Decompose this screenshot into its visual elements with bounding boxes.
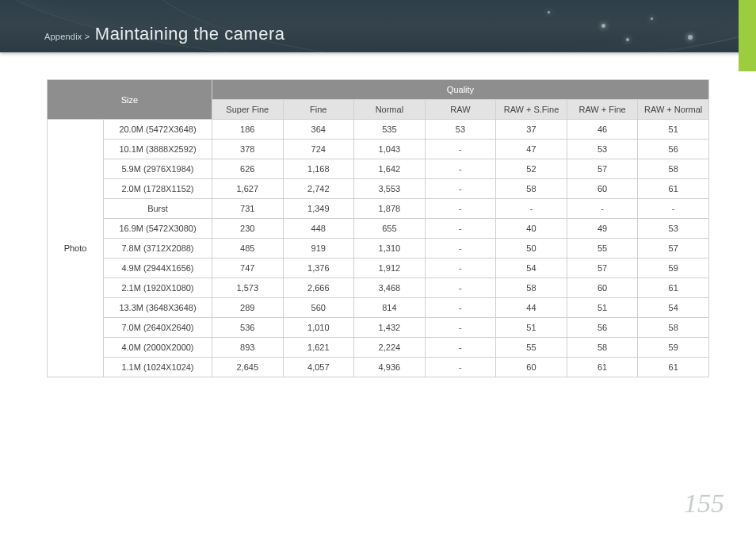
value-cell: 58 [496,179,567,199]
value-cell: - [425,179,496,199]
col-raw: RAW [425,100,496,120]
header-size: Size [48,80,212,120]
value-cell: 58 [496,278,567,298]
value-cell: 51 [567,298,638,318]
value-cell: - [425,140,496,159]
value-cell: 731 [212,199,283,219]
size-cell: 4.9M (2944X1656) [104,258,212,278]
value-cell: 60 [567,179,638,199]
value-cell: - [567,199,638,219]
value-cell: 59 [638,258,709,278]
value-cell: 57 [567,159,638,179]
col-raw-fine: RAW + Fine [567,100,638,120]
value-cell: 61 [638,358,709,377]
table-row: 4.0M (2000X2000)8931,6212,224-555859 [48,338,709,358]
value-cell: 53 [638,219,709,239]
table-row: 16.9M (5472X3080)230448655-404953 [48,219,709,239]
size-cell: 2.0M (1728X1152) [104,179,212,199]
value-cell: 814 [354,298,426,318]
value-cell: 289 [212,298,283,318]
value-cell: 55 [496,338,567,358]
value-cell: 1,627 [212,179,283,199]
value-cell: 2,666 [283,278,354,298]
value-cell: 46 [567,120,638,140]
value-cell: 57 [638,239,709,258]
value-cell: - [425,318,496,338]
size-cell: 2.1M (1920X1080) [104,278,212,298]
breadcrumb-prefix: Appendix > [44,32,90,41]
value-cell: 535 [354,120,426,140]
category-cell: Photo [48,120,104,377]
value-cell: 61 [638,179,709,199]
value-cell: 560 [283,298,354,318]
value-cell: 364 [283,120,354,140]
table-row: Burst7311,3491,878---- [48,199,709,219]
size-cell: 5.9M (2976X1984) [104,159,212,179]
col-raw-sfine: RAW + S.Fine [496,100,567,120]
value-cell: 49 [567,219,638,239]
value-cell: 1,573 [212,278,283,298]
value-cell: 58 [638,318,709,338]
value-cell: - [425,159,496,179]
value-cell: - [425,358,496,377]
value-cell: - [425,258,496,278]
value-cell: 56 [638,140,709,159]
table-row: 5.9M (2976X1984)6261,1681,642-525758 [48,159,709,179]
value-cell: 1,432 [354,318,426,338]
value-cell: 57 [567,258,638,278]
col-raw-normal: RAW + Normal [638,100,709,120]
value-cell: 44 [496,298,567,318]
value-cell: 55 [567,239,638,258]
value-cell: 51 [638,120,709,140]
table-body: Photo20.0M (5472X3648)186364535533746511… [48,120,709,377]
table-row: 10.1M (3888X2592)3787241,043-475356 [48,140,709,159]
col-fine: Fine [283,100,354,120]
table-row: 13.3M (3648X3648)289560814-445154 [48,298,709,318]
value-cell: 56 [567,318,638,338]
value-cell: 59 [638,338,709,358]
value-cell: 2,645 [212,358,283,377]
value-cell: 53 [567,140,638,159]
col-normal: Normal [354,100,426,120]
size-cell: 4.0M (2000X2000) [104,338,212,358]
value-cell: 2,224 [354,338,426,358]
value-cell: - [496,199,567,219]
value-cell: 50 [496,239,567,258]
size-cell: 16.9M (5472X3080) [104,219,212,239]
value-cell: 230 [212,219,283,239]
value-cell: 54 [638,298,709,318]
value-cell: 1,878 [354,199,426,219]
value-cell: 485 [212,239,283,258]
value-cell: 747 [212,258,283,278]
value-cell: 61 [567,358,638,377]
value-cell: 1,912 [354,258,426,278]
value-cell: 1,376 [283,258,354,278]
value-cell: 40 [496,219,567,239]
banner-decoration [487,0,724,52]
table-row: 4.9M (2944X1656)7471,3761,912-545759 [48,258,709,278]
value-cell: - [638,199,709,219]
value-cell: 186 [212,120,283,140]
value-cell: 655 [354,219,426,239]
value-cell: 58 [638,159,709,179]
value-cell: 58 [567,338,638,358]
size-cell: 10.1M (3888X2592) [104,140,212,159]
value-cell: 893 [212,338,283,358]
value-cell: 1,642 [354,159,426,179]
value-cell: 626 [212,159,283,179]
value-cell: - [425,278,496,298]
value-cell: - [425,219,496,239]
value-cell: 2,742 [283,179,354,199]
value-cell: 724 [283,140,354,159]
table-row: 2.1M (1920X1080)1,5732,6663,468-586061 [48,278,709,298]
table-row: Photo20.0M (5472X3648)18636453553374651 [48,120,709,140]
value-cell: 52 [496,159,567,179]
value-cell: 1,349 [283,199,354,219]
value-cell: 1,010 [283,318,354,338]
value-cell: 61 [638,278,709,298]
size-cell: 13.3M (3648X3648) [104,298,212,318]
value-cell: 536 [212,318,283,338]
capacity-table: Size Quality Super Fine Fine Normal RAW … [47,79,709,377]
value-cell: 1,621 [283,338,354,358]
value-cell: 1,168 [283,159,354,179]
